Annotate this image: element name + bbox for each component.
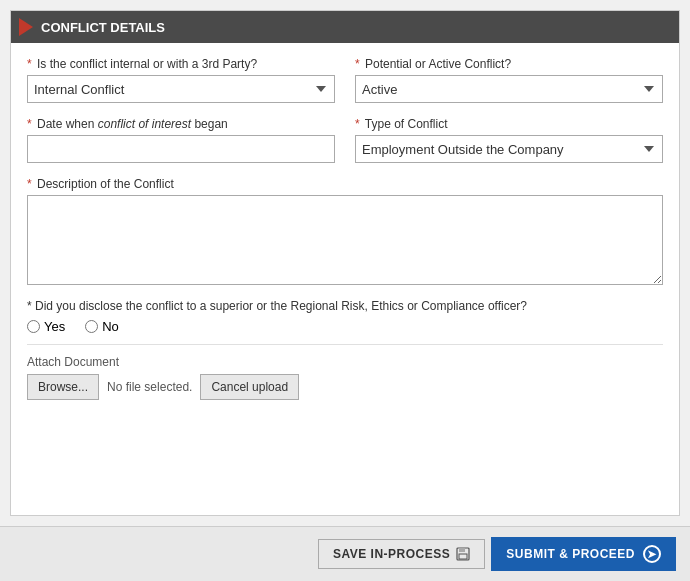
- svg-rect-2: [459, 554, 467, 559]
- disclose-question-text: * Did you disclose the conflict to a sup…: [27, 299, 663, 313]
- textarea-description[interactable]: [27, 195, 663, 285]
- required-star-3: *: [27, 117, 32, 131]
- select-type[interactable]: Employment Outside the Company Financial…: [355, 135, 663, 163]
- attach-label-text: Attach Document: [27, 355, 663, 369]
- no-file-text: No file selected.: [107, 380, 192, 394]
- submit-label: SUBMIT & PROCEED: [506, 547, 635, 561]
- attach-row: Browse... No file selected. Cancel uploa…: [27, 374, 663, 400]
- header-arrow-icon: [19, 18, 33, 36]
- label-date-em: conflict of interest: [98, 117, 191, 131]
- row-conflict-type: * Is the conflict internal or with a 3rd…: [27, 57, 663, 103]
- required-star-4: *: [355, 117, 360, 131]
- required-star-2: *: [355, 57, 360, 71]
- cancel-upload-button[interactable]: Cancel upload: [200, 374, 299, 400]
- required-star-5: *: [27, 177, 32, 191]
- footer-bar: SAVE IN-PROCESS SUBMIT & PROCEED ➤: [0, 526, 690, 581]
- label-potential: * Potential or Active Conflict?: [355, 57, 663, 71]
- radio-group-disclose: Yes No: [27, 319, 663, 334]
- browse-button[interactable]: Browse...: [27, 374, 99, 400]
- submit-proceed-button[interactable]: SUBMIT & PROCEED ➤: [491, 537, 676, 571]
- input-date[interactable]: 05/31/2016: [27, 135, 335, 163]
- label-date: * Date when conflict of interest began: [27, 117, 335, 131]
- panel-body: * Is the conflict internal or with a 3rd…: [11, 43, 679, 416]
- label-type: * Type of Conflict: [355, 117, 663, 131]
- page-wrapper: CONFLICT DETAILS * Is the conflict inter…: [0, 0, 690, 581]
- arrow-circle-icon: ➤: [643, 545, 661, 563]
- radio-yes-label[interactable]: Yes: [27, 319, 65, 334]
- group-conflict-type: * Type of Conflict Employment Outside th…: [355, 117, 663, 163]
- save-in-process-button[interactable]: SAVE IN-PROCESS: [318, 539, 485, 569]
- group-internal-conflict: * Is the conflict internal or with a 3rd…: [27, 57, 335, 103]
- panel-title: CONFLICT DETAILS: [41, 20, 165, 35]
- select-potential[interactable]: Active Potential: [355, 75, 663, 103]
- required-star-1: *: [27, 57, 32, 71]
- row-description: * Description of the Conflict: [27, 177, 663, 285]
- label-conflict-type: * Is the conflict internal or with a 3rd…: [27, 57, 335, 71]
- radio-yes[interactable]: [27, 320, 40, 333]
- radio-no-text: No: [102, 319, 119, 334]
- row-date-type: * Date when conflict of interest began 0…: [27, 117, 663, 163]
- radio-no-label[interactable]: No: [85, 319, 119, 334]
- select-conflict-type[interactable]: Internal Conflict 3rd Party Conflict: [27, 75, 335, 103]
- group-date: * Date when conflict of interest began 0…: [27, 117, 335, 163]
- group-potential-active: * Potential or Active Conflict? Active P…: [355, 57, 663, 103]
- conflict-details-panel: CONFLICT DETAILS * Is the conflict inter…: [10, 10, 680, 516]
- radio-yes-text: Yes: [44, 319, 65, 334]
- panel-header: CONFLICT DETAILS: [11, 11, 679, 43]
- row-disclose: * Did you disclose the conflict to a sup…: [27, 299, 663, 334]
- group-description: * Description of the Conflict: [27, 177, 663, 285]
- save-icon: [456, 547, 470, 561]
- save-label: SAVE IN-PROCESS: [333, 547, 450, 561]
- attach-section: Attach Document Browse... No file select…: [27, 355, 663, 400]
- radio-no[interactable]: [85, 320, 98, 333]
- divider: [27, 344, 663, 345]
- label-description: * Description of the Conflict: [27, 177, 663, 191]
- svg-rect-1: [459, 548, 465, 552]
